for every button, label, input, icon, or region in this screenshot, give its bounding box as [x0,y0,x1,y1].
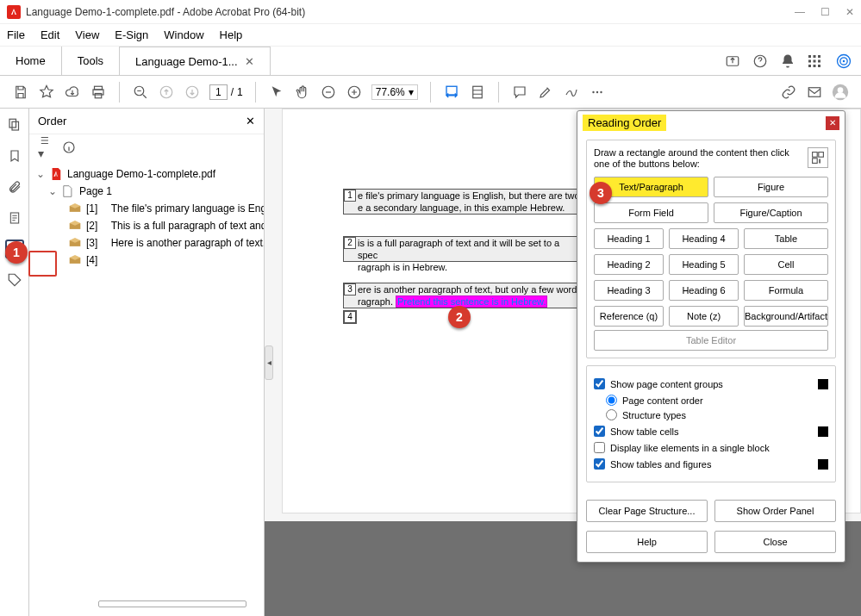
next-page-icon[interactable] [184,84,201,101]
order-tool-icon[interactable]: i [808,147,828,168]
btn-close[interactable]: Close [714,531,836,553]
menu-esign[interactable]: E-Sign [115,28,148,41]
svg-rect-3 [814,55,816,58]
tree-doc-root[interactable]: ⌄ Language Demo-1-complete.pdf [29,165,264,183]
tab-tools[interactable]: Tools [62,47,120,75]
region-text-1: e file's primary language is English, bu… [358,190,583,214]
account-icon[interactable] [832,84,849,101]
bookmark-icon[interactable] [5,146,24,165]
tab-document[interactable]: Language Demo-1... ✕ [120,47,271,75]
highlight-icon[interactable] [537,84,554,101]
menu-window[interactable]: Window [164,28,203,41]
radio-page-order[interactable]: Page content order [606,395,828,406]
tags-icon[interactable] [5,271,24,289]
chk-show-tables-figs[interactable]: Show tables and figures [594,458,828,470]
menu-help[interactable]: Help [220,28,243,41]
zoom-out-find-icon[interactable] [132,84,149,101]
zoom-in-icon[interactable] [346,84,363,101]
menu-edit[interactable]: Edit [41,28,59,41]
box-icon [69,202,81,215]
info-icon[interactable] [62,140,76,154]
attachment-icon[interactable] [5,177,24,196]
svg-rect-10 [818,65,820,67]
svg-rect-5 [808,59,811,62]
tree-page[interactable]: ⌄ Page 1 [29,183,264,200]
bell-icon[interactable] [780,53,795,69]
panel-options-icon[interactable]: ▾ [38,134,53,160]
svg-rect-6 [814,59,816,62]
splitter-handle[interactable]: ◂ [265,345,273,380]
btn-cell[interactable]: Cell [744,254,828,275]
btn-figure[interactable]: Figure [714,177,828,197]
btn-h3[interactable]: Heading 3 [594,280,664,301]
svg-rect-38 [813,152,818,158]
close-window-icon[interactable]: ✕ [845,6,854,18]
page-display-icon[interactable] [469,84,486,101]
btn-formula[interactable]: Formula [744,280,828,301]
fill-sign-icon[interactable] [563,84,580,101]
thumbnails-icon[interactable] [5,115,24,134]
page-field[interactable]: 1 / 1 [209,84,243,100]
svg-text:i: i [820,159,820,164]
reading-order-dialog[interactable]: Reading Order ✕ Draw a rectangle around … [577,110,845,563]
btn-figure-caption[interactable]: Figure/Caption [714,202,828,223]
btn-form-field[interactable]: Form Field [594,202,708,223]
region-number-4: 4 [344,311,356,323]
close-tab-icon[interactable]: ✕ [245,55,254,68]
print-icon[interactable] [90,84,107,101]
select-icon[interactable] [268,84,285,101]
btn-h1[interactable]: Heading 1 [594,228,664,249]
btn-background[interactable]: Background/Artifact [744,306,828,327]
apps-icon[interactable] [808,54,823,68]
content-icon[interactable] [5,208,24,227]
panel-scrollbar[interactable] [98,600,246,607]
tree-item-2[interactable]: [2] This is a full paragraph of text and [29,217,264,234]
maximize-icon[interactable]: ☐ [820,6,830,18]
btn-table[interactable]: Table [744,228,828,249]
btn-note[interactable]: Note (z) [669,306,739,327]
menu-file[interactable]: File [7,28,25,41]
chk-show-cells[interactable]: Show table cells [594,426,828,437]
zoom-out-icon[interactable] [320,84,337,101]
tree-item-1[interactable]: [1] The file's primary language is Engli [29,200,264,217]
star-icon[interactable] [38,84,55,101]
share-icon[interactable] [725,53,740,69]
close-panel-icon[interactable]: ✕ [246,115,255,128]
tree-item-4[interactable]: [4] [29,252,264,269]
btn-help[interactable]: Help [586,531,708,553]
svg-rect-31 [12,121,19,130]
more-icon[interactable] [589,84,606,101]
btn-table-editor: Table Editor [594,330,828,351]
btn-h5[interactable]: Heading 5 [669,254,739,275]
chk-show-groups[interactable]: Show page content groups [594,378,828,389]
megaphone-icon[interactable] [835,53,851,70]
minimize-icon[interactable]: — [795,6,805,18]
btn-show-order-panel[interactable]: Show Order Panel [714,500,836,522]
svg-rect-2 [808,55,811,58]
zoom-field[interactable]: 77.6%▾ [371,84,418,100]
chk-display-like[interactable]: Display like elements in a single block [594,442,828,453]
btn-h2[interactable]: Heading 2 [594,254,664,275]
callout-2: 2 [448,306,471,328]
cloud-icon[interactable] [64,84,81,101]
btn-reference[interactable]: Reference (q) [594,306,664,327]
region-number-3: 3 [344,283,356,296]
tab-home[interactable]: Home [0,47,62,75]
link-icon[interactable] [780,84,797,101]
svg-rect-9 [814,65,816,67]
btn-h6[interactable]: Heading 6 [669,280,739,301]
menu-view[interactable]: View [75,28,99,41]
fit-width-icon[interactable] [443,84,460,101]
email-icon[interactable] [806,84,823,101]
btn-clear-structure[interactable]: Clear Page Structure... [586,500,708,522]
comment-icon[interactable] [511,84,528,101]
help-icon[interactable] [752,53,768,69]
prev-page-icon[interactable] [158,84,175,101]
hand-icon[interactable] [294,84,311,101]
close-dialog-icon[interactable]: ✕ [826,116,839,130]
radio-structure-types[interactable]: Structure types [606,409,828,420]
save-icon[interactable] [12,84,29,101]
tree-item-3[interactable]: [3] Here is another paragraph of text, [29,234,264,252]
btn-h4[interactable]: Heading 4 [669,228,739,249]
svg-rect-4 [818,55,820,58]
